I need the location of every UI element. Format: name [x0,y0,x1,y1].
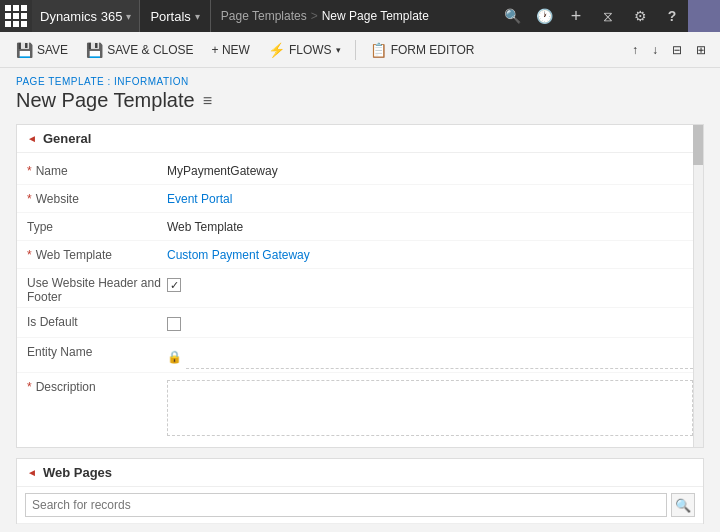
web-template-required-indicator: * [27,248,32,262]
section-scrollbar-thumb[interactable] [693,125,703,165]
history-icon-button[interactable]: 🕐 [528,0,560,32]
description-value [167,376,693,439]
breadcrumb: Page Templates > New Page Template [211,0,496,32]
scroll-up-button[interactable]: ↑ [626,39,644,61]
description-label-text: Description [36,380,96,394]
webpages-search-button[interactable]: 🔍 [671,493,695,517]
new-label: + NEW [212,43,250,57]
general-section-header[interactable]: ◄ General [17,125,703,153]
user-avatar[interactable] [688,0,720,32]
description-textarea[interactable] [167,380,693,436]
description-label: * Description [27,376,167,394]
search-icon-button[interactable]: 🔍 [496,0,528,32]
web-template-field-row: * Web Template Custom Payment Gateway [17,241,703,269]
description-row: * Description [17,373,703,443]
general-section-body: * Name MyPaymentGateway * Website Event … [17,153,703,447]
expand-icon: ⊞ [696,43,706,57]
entity-name-label-text: Entity Name [27,345,92,359]
webpages-section-header[interactable]: ◄ Web Pages [17,459,703,487]
general-toggle-icon: ◄ [27,133,37,144]
type-field-label: Type [27,216,167,234]
is-default-label-text: Is Default [27,315,78,329]
apps-launcher-button[interactable] [0,0,32,32]
general-section: ◄ General * Name MyPaymentGateway * Webs… [16,124,704,448]
use-header-footer-label: Use Website Header and Footer [27,272,167,304]
settings-icon-button[interactable]: ⚙ [624,0,656,32]
name-field-row: * Name MyPaymentGateway [17,157,703,185]
web-template-field-value[interactable]: Custom Payment Gateway [167,244,693,262]
webpages-section-title: Web Pages [43,465,112,480]
form-editor-label: FORM EDITOR [391,43,475,57]
page-title: New Page Template ≡ [16,89,704,112]
page-header-label: PAGE TEMPLATE : INFORMATION [16,76,704,87]
flows-button[interactable]: ⚡ FLOWS ▾ [260,38,349,62]
is-default-value [167,311,693,334]
header-label-text: PAGE TEMPLATE [16,76,104,87]
header-label-suffix: INFORMATION [114,76,189,87]
page-menu-icon[interactable]: ≡ [203,92,212,110]
collapse-button[interactable]: ⊟ [666,39,688,61]
website-field-label: * Website [27,188,167,206]
web-template-field-label: * Web Template [27,244,167,262]
save-close-button[interactable]: 💾 SAVE & CLOSE [78,38,201,62]
top-navigation-bar: Dynamics 365 ▾ Portals ▾ Page Templates … [0,0,720,32]
page-header: PAGE TEMPLATE : INFORMATION New Page Tem… [0,68,720,116]
save-close-icon: 💾 [86,42,103,58]
plus-icon-button[interactable]: + [560,0,592,32]
up-arrow-icon: ↑ [632,43,638,57]
expand-button[interactable]: ⊞ [690,39,712,61]
name-label-text: Name [36,164,68,178]
name-required-indicator: * [27,164,32,178]
website-value-text: Event Portal [167,192,232,206]
type-field-value: Web Template [167,216,693,234]
section-scrollbar-track[interactable] [693,125,703,447]
new-button[interactable]: + NEW [204,39,258,61]
webpages-search-input[interactable] [25,493,667,517]
name-field-label: * Name [27,160,167,178]
save-button[interactable]: 💾 SAVE [8,38,76,62]
portals-nav-item[interactable]: Portals ▾ [140,0,210,32]
entity-name-value: 🔒 [167,341,693,369]
toolbar-right-actions: ↑ ↓ ⊟ ⊞ [626,39,712,61]
use-header-footer-checkbox[interactable]: ✓ [167,278,181,292]
app-title-button[interactable]: Dynamics 365 ▾ [32,0,140,32]
general-section-title: General [43,131,91,146]
use-header-footer-value: ✓ [167,272,693,292]
is-default-label: Is Default [27,311,167,329]
form-editor-icon: 📋 [370,42,387,58]
use-header-footer-row: Use Website Header and Footer ✓ [17,269,703,308]
type-label-text: Type [27,220,53,234]
collapse-icon: ⊟ [672,43,682,57]
website-field-row: * Website Event Portal [17,185,703,213]
web-template-label-text: Web Template [36,248,112,262]
website-field-value[interactable]: Event Portal [167,188,693,206]
portals-label: Portals [150,9,190,24]
breadcrumb-current: New Page Template [322,9,429,23]
app-title-chevron: ▾ [126,11,131,22]
filter-icon-button[interactable]: ⧖ [592,0,624,32]
entity-name-label: Entity Name [27,341,167,359]
scroll-down-button[interactable]: ↓ [646,39,664,61]
name-field-value: MyPaymentGateway [167,160,693,178]
entity-name-dotted-line [186,353,693,369]
form-editor-button[interactable]: 📋 FORM EDITOR [362,38,483,62]
help-icon-button[interactable]: ? [656,0,688,32]
main-content: ◄ General * Name MyPaymentGateway * Webs… [0,116,720,524]
breadcrumb-separator: > [311,9,318,23]
web-template-value-text: Custom Payment Gateway [167,248,310,262]
website-required-indicator: * [27,192,32,206]
down-arrow-icon: ↓ [652,43,658,57]
is-default-row: Is Default [17,308,703,338]
entity-name-lock-icon: 🔒 [167,350,182,364]
page-title-text: New Page Template [16,89,195,112]
save-label: SAVE [37,43,68,57]
entity-name-row: Entity Name 🔒 [17,338,703,373]
portals-chevron: ▾ [195,11,200,22]
flows-chevron-icon: ▾ [336,45,341,55]
website-label-text: Website [36,192,79,206]
form-toolbar: 💾 SAVE 💾 SAVE & CLOSE + NEW ⚡ FLOWS ▾ 📋 … [0,32,720,68]
webpages-toggle-icon: ◄ [27,467,37,478]
breadcrumb-parent[interactable]: Page Templates [221,9,307,23]
is-default-checkbox[interactable] [167,317,181,331]
description-required-indicator: * [27,380,32,394]
